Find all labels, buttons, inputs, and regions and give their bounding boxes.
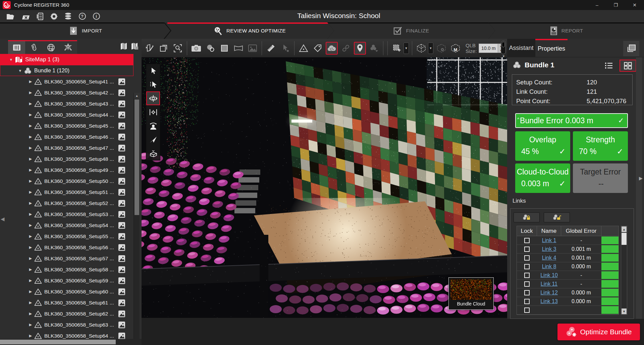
image-icon[interactable] <box>118 133 125 141</box>
link-table-row[interactable]: Link 12 0.000 m <box>517 288 619 297</box>
duplicate-view-button[interactable] <box>158 42 170 55</box>
expand-icon[interactable]: ▶ <box>28 245 33 250</box>
scroll-thumb[interactable] <box>622 233 627 245</box>
expand-icon[interactable]: ▶ <box>28 334 33 338</box>
look-around-button[interactable] <box>146 119 160 133</box>
cube-visibility-button[interactable] <box>435 42 447 55</box>
open-project-button[interactable] <box>4 11 17 21</box>
tree-setup-row[interactable]: ▶ BLK360_3500658_Setup41 ... <box>0 76 133 87</box>
image-icon[interactable] <box>118 321 125 329</box>
tab-finalize[interactable]: FINALIZE <box>327 22 495 39</box>
lock-checkbox[interactable] <box>524 273 530 278</box>
target-error-tile[interactable]: Target Error -- <box>573 163 628 193</box>
tree-setup-row[interactable]: ▶ BLK360_3500658_Setup48 ... <box>0 153 133 164</box>
scroll-up-icon[interactable]: ▲ <box>622 226 627 232</box>
tab-review-and-optimize[interactable]: REVIEW AND OPTIMIZE <box>165 22 334 39</box>
tree-setup-row[interactable]: ▶ BLK360_3500658_Setup56 ... <box>0 242 133 253</box>
expand-icon[interactable]: ▶ <box>28 234 33 238</box>
tree-setup-row[interactable]: ▶ BLK360_3500658_Setup63 ... <box>0 319 133 330</box>
expand-icon[interactable]: ▶ <box>28 267 33 272</box>
tab-import[interactable]: IMPORT <box>0 22 170 39</box>
expand-icon[interactable]: ▶ <box>28 79 33 84</box>
tree-setup-row[interactable]: ▶ BLK360_3500658_Setup46 ... <box>0 131 133 142</box>
image-icon[interactable] <box>118 233 125 240</box>
slider-handle[interactable] <box>502 42 505 47</box>
expand-icon[interactable]: ▶ <box>28 157 33 161</box>
qlb-size-spinner[interactable]: 10.0 m ▲▼ <box>479 44 503 53</box>
image-icon[interactable] <box>118 122 125 130</box>
expand-icon[interactable]: ▶ <box>28 223 33 227</box>
settings-gear-icon[interactable] <box>48 11 60 21</box>
link-name[interactable]: Link 10 <box>540 272 558 278</box>
scroll-thumb[interactable] <box>135 99 139 215</box>
lock-checkbox[interactable] <box>524 255 530 261</box>
link-table-row[interactable]: Link 10 - <box>517 271 619 280</box>
tab-project-tree[interactable] <box>8 41 25 54</box>
qlb-size-value[interactable]: 10.0 m <box>479 46 498 51</box>
multi-select-button[interactable] <box>146 78 160 91</box>
image-icon[interactable] <box>118 211 125 218</box>
collapse-icon[interactable]: ▼ <box>9 58 13 62</box>
tree-horizontal-scrollbar[interactable] <box>0 339 142 345</box>
expand-icon[interactable]: ▶ <box>28 190 33 194</box>
link-table-row[interactable]: Link 11 - <box>517 280 619 288</box>
point-size-slider[interactable] <box>501 41 506 54</box>
maximize-button[interactable]: ❐ <box>606 0 625 10</box>
lock-checkbox[interactable] <box>524 264 530 269</box>
tree-setup-row[interactable]: ▶ BLK360_3500658_Setup58 ... <box>0 264 133 275</box>
image-icon[interactable] <box>118 111 125 119</box>
tree-setup-row[interactable]: ▶ BLK360_3500658_Setup54 ... <box>0 220 133 231</box>
link-table-row[interactable]: Link 8 0.000 m <box>517 262 619 271</box>
overlap-tile[interactable]: Overlap 45 %✓ <box>515 131 570 161</box>
tree-vertical-scrollbar[interactable]: ▲ ▼ <box>133 93 140 345</box>
link-name[interactable]: Link 8 <box>542 264 556 269</box>
expand-icon[interactable]: ▶ <box>28 212 33 216</box>
tree-setup-row[interactable]: ▶ BLK360_3500658_Setup43 ... <box>0 98 133 109</box>
collapse-caret-icon[interactable]: ^ <box>517 117 519 122</box>
tree-setup-row[interactable]: ▶ BLK360_3500658_Setup52 ... <box>0 198 133 209</box>
image-icon[interactable] <box>118 255 125 262</box>
bundle-error-badge[interactable]: ^ Bundle Error 0.003 m ✓ <box>515 113 628 128</box>
expand-icon[interactable]: ▶ <box>28 256 33 261</box>
bundle-menu-button[interactable] <box>368 42 380 55</box>
view-cube-dropdown[interactable]: ▼ <box>428 43 433 54</box>
tree-setup-row[interactable]: ▶ BLK360_3500658_Setup50 ... <box>0 176 133 187</box>
lock-checkbox[interactable] <box>524 281 530 287</box>
expand-icon[interactable]: ▶ <box>28 113 33 117</box>
tab-assistant[interactable]: Assistant <box>507 39 535 57</box>
image-icon[interactable] <box>118 166 125 174</box>
tree-setup-row[interactable]: ▶ BLK360_3500658_Setup61 ... <box>0 297 133 308</box>
link-tool-button[interactable] <box>340 42 352 55</box>
scroll-down-icon[interactable]: ▼ <box>622 308 627 314</box>
lock-checkbox[interactable] <box>524 238 530 243</box>
image-icon[interactable] <box>118 78 125 85</box>
image-view-button[interactable] <box>247 42 259 55</box>
image-icon[interactable] <box>118 244 125 251</box>
link-name[interactable]: Link 4 <box>542 255 556 261</box>
view-cube-button[interactable] <box>415 42 427 55</box>
link-table-row[interactable]: Link 13 0.000 m <box>517 297 619 306</box>
expand-icon[interactable]: ▶ <box>28 323 33 327</box>
link-name[interactable]: Link 3 <box>542 246 556 252</box>
image-icon[interactable] <box>118 222 125 229</box>
tree-setup-row[interactable]: ▶ BLK360_3500658_Setup44 ... <box>0 109 133 120</box>
storage-database-icon[interactable] <box>62 11 74 21</box>
measure-ruler-button[interactable] <box>265 42 277 55</box>
tree-setup-row[interactable]: ▶ BLK360_3500658_Setup42 ... <box>0 87 133 98</box>
scroll-up-icon[interactable]: ▲ <box>134 93 140 99</box>
targets-button[interactable] <box>298 42 310 55</box>
tree-setup-row[interactable]: ▶ BLK360_3500658_Setup55 ... <box>0 231 133 242</box>
pick-point-button[interactable] <box>279 42 291 55</box>
panel-expand-icon[interactable]: ▶ <box>639 176 643 181</box>
fill-selection-button[interactable] <box>218 42 230 55</box>
sitemap-book-icon[interactable] <box>119 42 128 52</box>
selection-mode-button[interactable] <box>391 42 403 55</box>
optimize-bundle-button[interactable]: Optimize Bundle <box>557 324 640 340</box>
tree-setup-row[interactable]: ▶ BLK360_3500658_Setup47 ... <box>0 142 133 153</box>
panel-scrollbar[interactable] <box>636 57 642 319</box>
lock-checkbox[interactable] <box>524 247 530 252</box>
grid-view-button[interactable] <box>620 60 636 72</box>
constrained-orbit-button[interactable] <box>146 105 160 119</box>
expand-icon[interactable]: ▶ <box>28 278 33 283</box>
image-icon[interactable] <box>118 89 125 96</box>
